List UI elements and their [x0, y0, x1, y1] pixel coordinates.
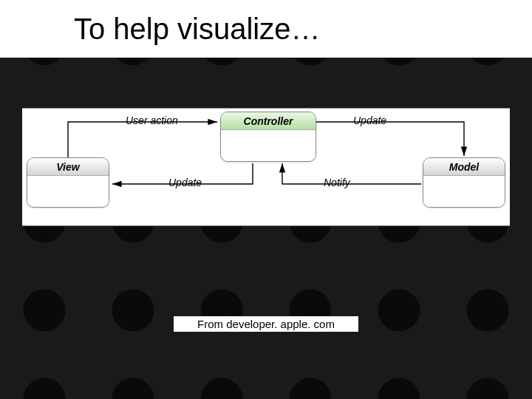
edge-label-update-top: Update — [353, 115, 386, 126]
caption: From developer. apple. com — [174, 316, 358, 332]
title-bar: To help visualize… — [0, 0, 532, 58]
edge-label-update-bottom: Update — [168, 177, 202, 188]
view-node-label: View — [27, 158, 109, 176]
model-node-body — [423, 176, 505, 207]
view-node-body — [27, 176, 109, 207]
controller-node-label: Controller — [221, 112, 316, 130]
edge-label-notify: Notify — [324, 177, 350, 188]
edge-label-user-action: User action — [126, 115, 178, 126]
model-node-label: Model — [423, 158, 505, 176]
controller-node-body — [221, 130, 316, 161]
mvc-diagram: View Controller Model User action Update… — [22, 108, 510, 226]
view-node: View — [27, 157, 109, 208]
model-node: Model — [423, 157, 505, 208]
controller-node: Controller — [220, 112, 316, 162]
slide-title: To help visualize… — [74, 13, 321, 46]
